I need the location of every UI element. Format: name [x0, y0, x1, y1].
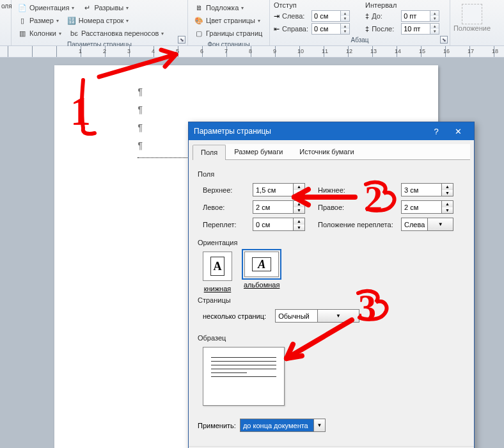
spin-down-icon[interactable]: ▼ [442, 190, 453, 196]
page-setup-group: 📄Ориентация▾ ↵Разрывы▾ ▯Размер▾ 🔢Номера … [12, 0, 188, 45]
spin-down-icon[interactable]: ▼ [294, 225, 304, 231]
breaks-icon: ↵ [82, 3, 92, 13]
tab-paper-size[interactable]: Размер бумаги [226, 144, 291, 159]
orientation-landscape[interactable]: A альбомная [244, 252, 280, 292]
help-button[interactable]: ? [425, 127, 447, 136]
multi-pages-select[interactable]: Обычный▼ [275, 309, 359, 323]
indent-right-icon: ⇤ [274, 25, 280, 33]
indent-label: Отступ [274, 1, 350, 9]
section-fields: Поля [198, 170, 465, 178]
section-preview: Образец [198, 334, 465, 342]
multi-pages-label: несколько страниц: [203, 312, 266, 320]
gutter-label: Переплет: [203, 221, 246, 228]
margin-right-input[interactable]: ▲▼ [401, 200, 453, 214]
page-setup-dialog: Параметры страницы ? ✕ Поля Размер бумаг… [188, 122, 475, 448]
horizontal-ruler[interactable]: 123456789101112131415161718 [0, 46, 504, 58]
position-button[interactable]: Положение [454, 1, 490, 35]
margin-top-input[interactable]: ▲▼ [253, 183, 305, 196]
tab-fields[interactable]: Поля [193, 145, 226, 160]
landscape-icon: A [252, 257, 271, 271]
paragraph-launcher[interactable]: ⬊ [440, 36, 448, 44]
spacing-label: Интервал [365, 1, 439, 9]
ribbon: оля 📄Ориентация▾ ↵Разрывы▾ ▯Размер▾ 🔢Ном… [0, 0, 504, 46]
spin-down-icon[interactable]: ▼ [430, 29, 439, 34]
spacing-after-label: После: [372, 25, 398, 33]
paragraph-group: Отступ ⇥Слева:▲▼ ⇤Справа:▲▼ Интервал ‡До… [270, 0, 450, 45]
spacing-before-label: До: [372, 12, 398, 20]
dialog-titlebar[interactable]: Параметры страницы ? ✕ [189, 122, 474, 140]
paragraph-title: Абзац [274, 35, 446, 45]
spacing-before-icon: ‡ [365, 12, 369, 20]
spin-down-icon[interactable]: ▼ [442, 207, 453, 214]
orientation-icon: 📄 [17, 3, 28, 13]
page-background-group: 🗎Подложка▾ 🎨Цвет страницы▾ ▢Границы стра… [188, 0, 270, 45]
size-button[interactable]: ▯Размер▾ [15, 14, 61, 27]
dialog-title: Параметры страницы [194, 127, 271, 136]
gutter-input[interactable]: ▲▼ [253, 218, 305, 231]
gutter-pos-select[interactable]: Слева▼ [401, 218, 453, 231]
page-color-icon: 🎨 [194, 15, 204, 26]
section-orientation: Ориентация [198, 239, 465, 246]
spin-down-icon[interactable]: ▼ [294, 190, 304, 196]
orientation-button[interactable]: 📄Ориентация▾ [15, 1, 76, 14]
spacing-before-input[interactable]: ▲▼ [401, 10, 439, 22]
apply-to-label: Применить: [198, 422, 236, 429]
tab-paper-source[interactable]: Источник бумаги [291, 144, 362, 159]
spin-down-icon[interactable]: ▼ [341, 16, 349, 21]
margin-left-input[interactable]: ▲▼ [253, 200, 305, 214]
margin-top-label: Верхнее: [203, 186, 246, 194]
chevron-down-icon: ▾ [161, 31, 164, 36]
spin-up-icon[interactable]: ▲ [430, 11, 439, 16]
section-pages: Страницы [198, 296, 465, 304]
spin-down-icon[interactable]: ▼ [341, 29, 349, 34]
position-icon [462, 4, 482, 24]
margin-right-label: Правое: [318, 204, 395, 211]
spin-down-icon[interactable]: ▼ [294, 207, 304, 214]
close-button[interactable]: ✕ [447, 127, 469, 136]
chevron-down-icon: ▾ [241, 5, 244, 11]
margin-left-label: Левое: [203, 204, 246, 211]
orientation-portrait[interactable]: A книжная [203, 252, 232, 292]
spin-up-icon[interactable]: ▲ [341, 24, 349, 29]
columns-icon: ▥ [17, 28, 28, 38]
indent-right-input[interactable]: ▲▼ [311, 23, 350, 35]
line-numbers-button[interactable]: 🔢Номера строк▾ [65, 14, 131, 27]
document-area: ¶ ¶ ¶ ¶ Параметры страницы ? ✕ Поля Разм… [0, 58, 504, 448]
watermark-button[interactable]: 🗎Подложка▾ [192, 1, 265, 14]
spacing-after-input[interactable]: ▲▼ [401, 23, 439, 35]
hyphenation-button[interactable]: bєРасстановка переносов▾ [67, 27, 166, 40]
spacing-after-icon: ‡ [365, 25, 369, 33]
page-setup-launcher[interactable]: ⬊ [178, 36, 185, 44]
chevron-down-icon: ▾ [126, 5, 129, 11]
margin-bottom-label: Нижнее: [318, 186, 395, 194]
spin-up-icon[interactable]: ▲ [294, 184, 304, 190]
indent-left-input[interactable]: ▲▼ [311, 10, 350, 22]
spin-up-icon[interactable]: ▲ [430, 24, 439, 29]
spin-up-icon[interactable]: ▲ [442, 201, 453, 207]
page-borders-icon: ▢ [194, 28, 204, 38]
gutter-pos-label: Положение переплета: [318, 221, 395, 228]
spin-up-icon[interactable]: ▲ [294, 201, 304, 207]
spin-up-icon[interactable]: ▲ [341, 11, 349, 16]
chevron-down-icon: ▾ [126, 18, 129, 24]
chevron-down-icon: ▼ [427, 218, 453, 230]
margins-stub: оля [0, 0, 12, 45]
arrange-group: Положение [450, 0, 494, 45]
breaks-button[interactable]: ↵Разрывы▾ [80, 1, 130, 14]
page-color-button[interactable]: 🎨Цвет страницы▾ [192, 14, 265, 27]
page-borders-button[interactable]: ▢Границы страниц [192, 27, 265, 40]
indent-left-icon: ⇥ [274, 12, 280, 20]
spin-down-icon[interactable]: ▼ [430, 16, 439, 21]
chevron-down-icon: ▾ [258, 18, 260, 24]
apply-to-select[interactable]: до конца документа ▼ [240, 419, 326, 432]
chevron-down-icon: ▾ [56, 18, 59, 24]
indent-left-label: Слева: [282, 12, 309, 20]
portrait-icon: A [210, 257, 224, 276]
columns-button[interactable]: ▥Колонки▾ [15, 27, 63, 40]
spin-up-icon[interactable]: ▲ [294, 218, 304, 225]
hyphenation-icon: bє [69, 28, 79, 38]
size-icon: ▯ [17, 15, 28, 26]
spin-up-icon[interactable]: ▲ [442, 184, 453, 190]
margin-bottom-input[interactable]: ▲▼ [401, 183, 453, 196]
preview-thumbnail [203, 347, 285, 406]
